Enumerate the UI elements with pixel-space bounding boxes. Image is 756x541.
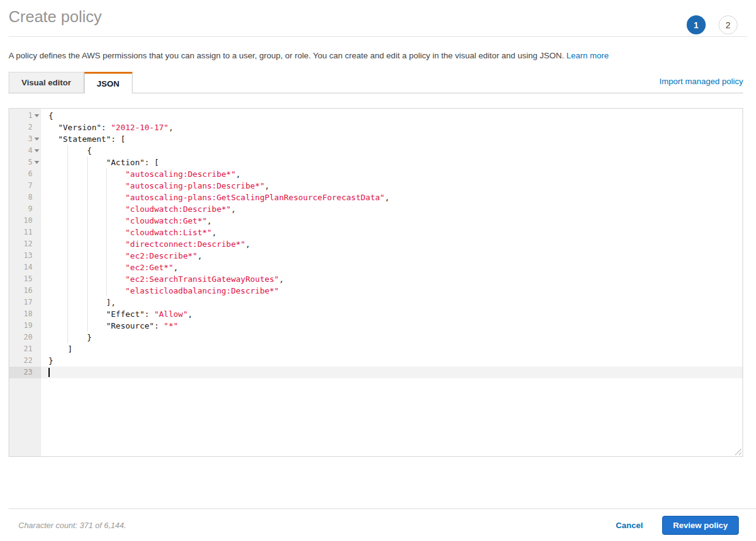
line-number: 14 bbox=[9, 262, 41, 273]
line-number: 21 bbox=[9, 343, 41, 355]
code-line[interactable]: 9 "cloudwatch:Describe*", bbox=[9, 203, 742, 215]
step-1-badge: 1 bbox=[687, 15, 706, 34]
text-cursor bbox=[48, 368, 50, 377]
intro-paragraph: A policy defines the AWS permissions tha… bbox=[9, 51, 743, 60]
intro-text: A policy defines the AWS permissions tha… bbox=[9, 51, 564, 60]
code-line[interactable]: 14 "ec2:Get*", bbox=[9, 262, 742, 273]
learn-more-link[interactable]: Learn more bbox=[566, 51, 609, 60]
code-line[interactable]: 13 "ec2:Describe*", bbox=[9, 250, 742, 262]
line-number: 23 bbox=[9, 367, 41, 378]
code-line[interactable]: 4 { bbox=[9, 145, 742, 157]
code-line[interactable]: 7 "autoscaling-plans:Describe*", bbox=[9, 180, 742, 192]
line-number: 10 bbox=[9, 215, 41, 227]
line-number: 4 bbox=[9, 145, 41, 157]
line-number: 20 bbox=[9, 332, 41, 343]
line-number: 15 bbox=[9, 273, 41, 285]
footer-bar: Character count: 371 of 6,144. Cancel Re… bbox=[9, 508, 756, 541]
line-number: 16 bbox=[9, 285, 41, 297]
code-line[interactable]: 20 } bbox=[9, 332, 742, 343]
line-number: 3 bbox=[9, 133, 41, 145]
line-number: 13 bbox=[9, 250, 41, 262]
editor-resize-handle[interactable] bbox=[733, 447, 741, 455]
code-line[interactable]: 1{ bbox=[9, 110, 742, 122]
line-number: 11 bbox=[9, 227, 41, 238]
line-number: 5 bbox=[9, 157, 41, 168]
line-number: 18 bbox=[9, 308, 41, 320]
code-line[interactable]: 16 "elasticloadbalancing:Describe*" bbox=[9, 285, 742, 297]
cancel-button[interactable]: Cancel bbox=[615, 521, 642, 530]
fold-caret-icon[interactable] bbox=[33, 114, 41, 117]
header-divider bbox=[9, 36, 747, 37]
code-line[interactable]: 17 ], bbox=[9, 297, 742, 308]
line-number: 6 bbox=[9, 168, 41, 180]
step-2-badge: 2 bbox=[719, 15, 738, 34]
tab-json[interactable]: JSON bbox=[84, 72, 133, 93]
step-indicator: 1 2 bbox=[687, 15, 738, 34]
tab-visual-editor[interactable]: Visual editor bbox=[9, 72, 84, 93]
code-line[interactable]: 5 "Action": [ bbox=[9, 157, 742, 168]
line-number: 22 bbox=[9, 355, 41, 367]
fold-caret-icon[interactable] bbox=[33, 161, 41, 164]
character-count: Character count: 371 of 6,144. bbox=[18, 521, 615, 530]
line-number: 19 bbox=[9, 320, 41, 332]
tab-strip: Visual editor JSON Import managed policy bbox=[9, 72, 743, 93]
code-line[interactable]: 8 "autoscaling-plans:GetScalingPlanResou… bbox=[9, 192, 742, 203]
code-line[interactable]: 6 "autoscaling:Describe*", bbox=[9, 168, 742, 180]
code-line[interactable]: 18 "Effect": "Allow", bbox=[9, 308, 742, 320]
code-line[interactable]: 21 ] bbox=[9, 343, 742, 355]
code-line[interactable]: 2 "Version": "2012-10-17", bbox=[9, 122, 742, 133]
code-line[interactable]: 11 "cloudwatch:List*", bbox=[9, 227, 742, 238]
code-line[interactable]: 22} bbox=[9, 355, 742, 367]
line-number: 17 bbox=[9, 297, 41, 308]
code-line[interactable]: 19 "Resource": "*" bbox=[9, 320, 742, 332]
fold-caret-icon[interactable] bbox=[33, 138, 41, 141]
code-lines[interactable]: 1{2 "Version": "2012-10-17",3 "Statement… bbox=[9, 109, 742, 378]
code-line[interactable]: 10 "cloudwatch:Get*", bbox=[9, 215, 742, 227]
code-line[interactable]: 12 "directconnect:Describe*", bbox=[9, 238, 742, 250]
code-line[interactable]: 3 "Statement": [ bbox=[9, 133, 742, 145]
line-number: 12 bbox=[9, 238, 41, 250]
line-number: 8 bbox=[9, 192, 41, 203]
line-number: 9 bbox=[9, 203, 41, 215]
review-policy-button[interactable]: Review policy bbox=[662, 516, 739, 535]
json-code-editor[interactable]: 1{2 "Version": "2012-10-17",3 "Statement… bbox=[9, 108, 743, 457]
line-number: 2 bbox=[9, 122, 41, 133]
line-number: 7 bbox=[9, 180, 41, 192]
import-managed-policy-link[interactable]: Import managed policy bbox=[659, 77, 743, 86]
page-header: Create policy 1 2 bbox=[0, 7, 756, 26]
page-title: Create policy bbox=[9, 7, 738, 26]
line-number: 1 bbox=[9, 110, 41, 122]
fold-caret-icon[interactable] bbox=[33, 149, 41, 152]
code-line[interactable]: 15 "ec2:SearchTransitGatewayRoutes", bbox=[9, 273, 742, 285]
code-line[interactable]: 23 bbox=[9, 367, 742, 378]
